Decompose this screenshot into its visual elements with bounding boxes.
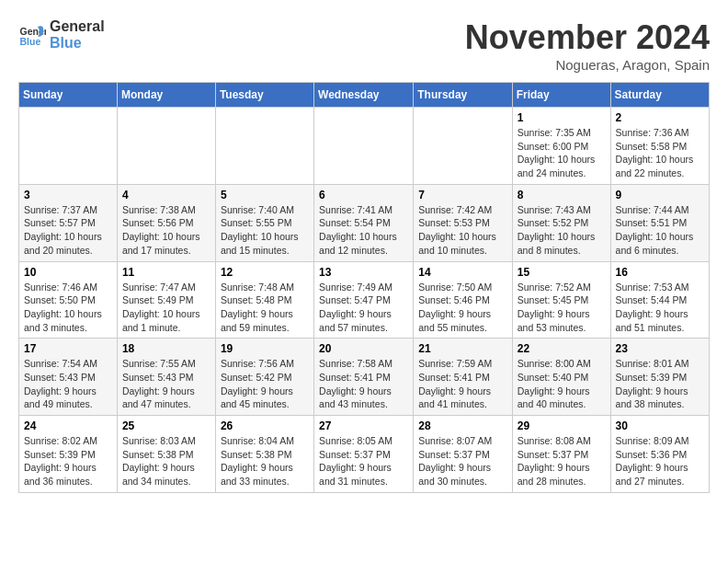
day-number: 23	[616, 342, 704, 355]
day-number: 11	[122, 266, 210, 279]
calendar-cell: 8Sunrise: 7:43 AM Sunset: 5:52 PM Daylig…	[512, 184, 610, 261]
day-info: Sunrise: 7:38 AM Sunset: 5:56 PM Dayligh…	[122, 203, 210, 258]
day-info: Sunrise: 7:56 AM Sunset: 5:42 PM Dayligh…	[221, 357, 309, 411]
day-info: Sunrise: 7:42 AM Sunset: 5:53 PM Dayligh…	[418, 203, 506, 258]
day-number: 1	[518, 111, 606, 124]
day-info: Sunrise: 7:58 AM Sunset: 5:41 PM Dayligh…	[319, 357, 408, 411]
location-subtitle: Nogueras, Aragon, Spain	[465, 57, 710, 73]
day-number: 9	[616, 189, 704, 201]
day-info: Sunrise: 7:50 AM Sunset: 5:46 PM Dayligh…	[418, 281, 506, 335]
calendar-cell: 10Sunrise: 7:46 AM Sunset: 5:50 PM Dayli…	[19, 261, 118, 339]
day-number: 4	[122, 189, 210, 201]
day-info: Sunrise: 8:05 AM Sunset: 5:37 PM Dayligh…	[319, 434, 408, 488]
day-info: Sunrise: 7:47 AM Sunset: 5:49 PM Dayligh…	[122, 281, 210, 335]
day-info: Sunrise: 7:43 AM Sunset: 5:52 PM Dayligh…	[518, 203, 606, 258]
weekday-header-friday: Friday	[512, 83, 610, 108]
day-number: 14	[418, 266, 506, 279]
calendar-cell: 15Sunrise: 7:52 AM Sunset: 5:45 PM Dayli…	[512, 261, 610, 339]
calendar-cell: 26Sunrise: 8:04 AM Sunset: 5:38 PM Dayli…	[215, 416, 313, 493]
day-info: Sunrise: 7:44 AM Sunset: 5:51 PM Dayligh…	[616, 203, 704, 258]
day-info: Sunrise: 7:36 AM Sunset: 5:58 PM Dayligh…	[616, 126, 704, 180]
day-info: Sunrise: 7:35 AM Sunset: 6:00 PM Dayligh…	[518, 126, 606, 180]
calendar-table: SundayMondayTuesdayWednesdayThursdayFrid…	[18, 82, 710, 493]
calendar-cell: 29Sunrise: 8:08 AM Sunset: 5:37 PM Dayli…	[512, 416, 610, 493]
day-info: Sunrise: 7:40 AM Sunset: 5:55 PM Dayligh…	[221, 203, 309, 258]
day-number: 28	[418, 419, 506, 432]
day-number: 25	[122, 419, 210, 432]
day-number: 3	[24, 189, 112, 201]
calendar-header: SundayMondayTuesdayWednesdayThursdayFrid…	[19, 83, 710, 108]
calendar-cell: 25Sunrise: 8:03 AM Sunset: 5:38 PM Dayli…	[117, 416, 215, 493]
day-number: 26	[221, 419, 309, 432]
title-block: November 2024 Nogueras, Aragon, Spain	[465, 18, 710, 73]
calendar-cell: 16Sunrise: 7:53 AM Sunset: 5:44 PM Dayli…	[610, 261, 709, 339]
day-info: Sunrise: 8:03 AM Sunset: 5:38 PM Dayligh…	[122, 434, 210, 488]
calendar-cell: 20Sunrise: 7:58 AM Sunset: 5:41 PM Dayli…	[314, 339, 414, 416]
day-number: 8	[518, 189, 606, 201]
day-info: Sunrise: 8:02 AM Sunset: 5:39 PM Dayligh…	[24, 434, 112, 488]
day-info: Sunrise: 7:48 AM Sunset: 5:48 PM Dayligh…	[221, 281, 309, 335]
day-info: Sunrise: 7:49 AM Sunset: 5:47 PM Dayligh…	[319, 281, 408, 335]
calendar-cell: 11Sunrise: 7:47 AM Sunset: 5:49 PM Dayli…	[117, 261, 215, 339]
calendar-cell: 21Sunrise: 7:59 AM Sunset: 5:41 PM Dayli…	[414, 339, 512, 416]
day-info: Sunrise: 7:52 AM Sunset: 5:45 PM Dayligh…	[518, 281, 606, 335]
calendar-cell: 1Sunrise: 7:35 AM Sunset: 6:00 PM Daylig…	[512, 108, 610, 185]
calendar-cell	[215, 108, 313, 185]
day-number: 13	[319, 266, 408, 279]
day-number: 7	[418, 189, 506, 201]
day-info: Sunrise: 8:08 AM Sunset: 5:37 PM Dayligh…	[518, 434, 606, 488]
day-number: 6	[319, 189, 408, 201]
calendar-cell	[117, 108, 215, 185]
weekday-header-tuesday: Tuesday	[215, 83, 313, 108]
weekday-header-thursday: Thursday	[414, 83, 512, 108]
day-info: Sunrise: 7:55 AM Sunset: 5:43 PM Dayligh…	[122, 357, 210, 411]
day-number: 30	[616, 419, 704, 432]
calendar-cell	[414, 108, 512, 185]
calendar-cell: 22Sunrise: 8:00 AM Sunset: 5:40 PM Dayli…	[512, 339, 610, 416]
day-info: Sunrise: 8:04 AM Sunset: 5:38 PM Dayligh…	[221, 434, 309, 488]
calendar-cell: 19Sunrise: 7:56 AM Sunset: 5:42 PM Dayli…	[215, 339, 313, 416]
calendar-week-row: 10Sunrise: 7:46 AM Sunset: 5:50 PM Dayli…	[19, 261, 710, 339]
weekday-header-wednesday: Wednesday	[314, 83, 414, 108]
calendar-cell: 28Sunrise: 8:07 AM Sunset: 5:37 PM Dayli…	[414, 416, 512, 493]
day-number: 21	[418, 342, 506, 355]
logo-blue: Blue	[50, 35, 105, 52]
day-number: 15	[518, 266, 606, 279]
day-number: 5	[221, 189, 309, 201]
day-number: 27	[319, 419, 408, 432]
day-info: Sunrise: 8:07 AM Sunset: 5:37 PM Dayligh…	[418, 434, 506, 488]
calendar-cell: 14Sunrise: 7:50 AM Sunset: 5:46 PM Dayli…	[414, 261, 512, 339]
day-info: Sunrise: 7:59 AM Sunset: 5:41 PM Dayligh…	[418, 357, 506, 411]
weekday-header-sunday: Sunday	[19, 83, 118, 108]
calendar-cell	[19, 108, 118, 185]
weekday-header-monday: Monday	[117, 83, 215, 108]
calendar-cell: 6Sunrise: 7:41 AM Sunset: 5:54 PM Daylig…	[314, 184, 414, 261]
day-info: Sunrise: 7:37 AM Sunset: 5:57 PM Dayligh…	[24, 203, 112, 258]
calendar-cell: 5Sunrise: 7:40 AM Sunset: 5:55 PM Daylig…	[215, 184, 313, 261]
day-number: 16	[616, 266, 704, 279]
calendar-cell: 7Sunrise: 7:42 AM Sunset: 5:53 PM Daylig…	[414, 184, 512, 261]
month-year-title: November 2024	[465, 18, 710, 57]
calendar-week-row: 1Sunrise: 7:35 AM Sunset: 6:00 PM Daylig…	[19, 108, 710, 185]
day-number: 24	[24, 419, 112, 432]
day-info: Sunrise: 7:54 AM Sunset: 5:43 PM Dayligh…	[24, 357, 112, 411]
day-info: Sunrise: 7:41 AM Sunset: 5:54 PM Dayligh…	[319, 203, 408, 258]
calendar-week-row: 3Sunrise: 7:37 AM Sunset: 5:57 PM Daylig…	[19, 184, 710, 261]
day-info: Sunrise: 8:09 AM Sunset: 5:36 PM Dayligh…	[616, 434, 704, 488]
weekday-header-saturday: Saturday	[610, 83, 709, 108]
logo-general: General	[50, 18, 105, 35]
calendar-cell: 2Sunrise: 7:36 AM Sunset: 5:58 PM Daylig…	[610, 108, 709, 185]
day-number: 20	[319, 342, 408, 355]
calendar-cell: 23Sunrise: 8:01 AM Sunset: 5:39 PM Dayli…	[610, 339, 709, 416]
day-number: 12	[221, 266, 309, 279]
day-number: 2	[616, 111, 704, 124]
calendar-cell: 30Sunrise: 8:09 AM Sunset: 5:36 PM Dayli…	[610, 416, 709, 493]
day-info: Sunrise: 8:00 AM Sunset: 5:40 PM Dayligh…	[518, 357, 606, 411]
day-number: 18	[122, 342, 210, 355]
calendar-cell: 27Sunrise: 8:05 AM Sunset: 5:37 PM Dayli…	[314, 416, 414, 493]
calendar-cell: 18Sunrise: 7:55 AM Sunset: 5:43 PM Dayli…	[117, 339, 215, 416]
calendar-body: 1Sunrise: 7:35 AM Sunset: 6:00 PM Daylig…	[19, 108, 710, 493]
calendar-cell: 13Sunrise: 7:49 AM Sunset: 5:47 PM Dayli…	[314, 261, 414, 339]
calendar-cell: 24Sunrise: 8:02 AM Sunset: 5:39 PM Dayli…	[19, 416, 118, 493]
calendar-cell: 4Sunrise: 7:38 AM Sunset: 5:56 PM Daylig…	[117, 184, 215, 261]
